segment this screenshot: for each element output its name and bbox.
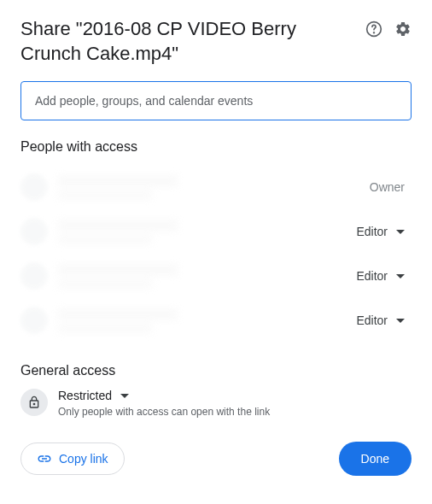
add-people-input[interactable] [20,81,412,120]
general-access-title: General access [20,363,412,378]
role-label: Editor [356,314,388,327]
copy-link-button[interactable]: Copy link [20,442,125,475]
done-button[interactable]: Done [339,442,412,476]
person-row: Owner [20,165,412,209]
chevron-down-icon [396,274,405,278]
avatar [20,262,48,290]
link-icon [37,451,52,466]
copy-link-label: Copy link [59,452,108,466]
access-level-dropdown[interactable]: Restricted [58,389,412,402]
role-dropdown[interactable]: Editor [349,264,412,288]
lock-icon [20,389,48,416]
access-description: Only people with access can open with th… [58,406,412,418]
person-row: Editor [20,209,412,254]
people-list: Owner Editor Editor Editor [20,165,412,343]
people-section-title: People with access [20,139,412,155]
chevron-down-icon [120,394,129,398]
help-icon[interactable] [365,21,382,38]
chevron-down-icon [396,319,405,323]
avatar [20,218,48,245]
role-label: Editor [356,225,388,238]
avatar [20,173,48,201]
role-dropdown[interactable]: Editor [349,308,412,332]
role-owner-label: Owner [370,180,412,194]
chevron-down-icon [396,230,405,234]
dialog-title: Share "2016-08 CP VIDEO Berry Crunch Cak… [20,17,365,66]
gear-icon[interactable] [394,21,412,38]
person-row: Editor [20,254,412,298]
avatar [20,307,48,334]
svg-point-1 [374,32,375,33]
access-level-label: Restricted [58,389,112,402]
role-dropdown[interactable]: Editor [349,220,412,243]
role-label: Editor [356,269,388,283]
person-row: Editor [20,298,412,343]
